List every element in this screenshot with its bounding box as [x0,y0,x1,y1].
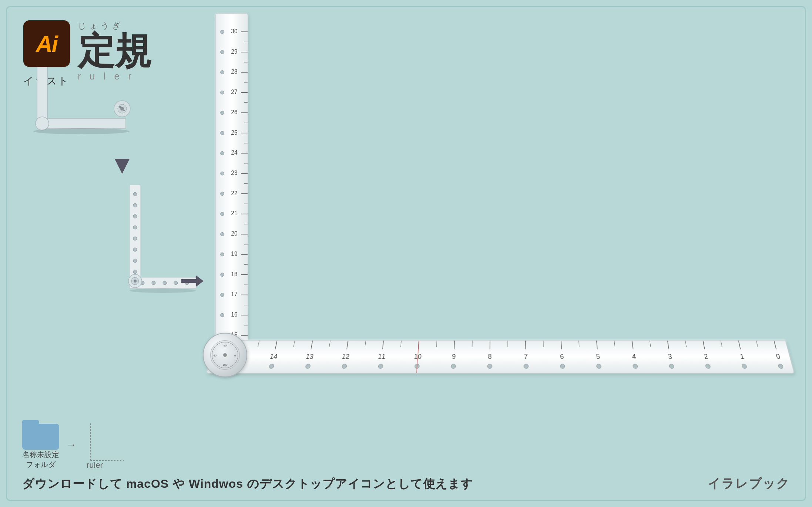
svg-text:45: 45 [213,354,217,357]
svg-line-145 [614,341,615,347]
svg-line-147 [543,341,544,347]
svg-text:28: 28 [231,68,238,75]
svg-text:0: 0 [775,353,781,360]
svg-point-91 [221,212,224,216]
svg-point-161 [596,364,601,368]
pivot-inner: 90 180 45 0 [210,340,240,370]
svg-line-143 [685,341,687,347]
svg-point-23 [174,281,178,285]
svg-text:13: 13 [305,353,314,360]
svg-point-108 [223,353,227,357]
svg-point-158 [705,364,711,368]
svg-point-85 [221,91,224,94]
svg-point-84 [221,71,224,74]
svg-rect-1 [37,59,47,126]
svg-point-87 [221,131,224,135]
svg-text:2: 2 [704,353,709,360]
svg-point-16 [133,237,137,240]
svg-text:25: 25 [231,129,238,136]
svg-text:30: 30 [231,28,238,34]
svg-line-136 [311,341,312,349]
svg-point-96 [221,313,224,317]
svg-point-86 [221,111,224,115]
svg-line-155 [258,341,259,347]
svg-point-6 [119,106,121,108]
svg-point-8 [33,128,130,134]
svg-point-165 [451,364,456,368]
svg-point-12 [133,192,137,196]
folder-to-ruler-arrow: → [66,439,76,451]
sketch-illustrations [15,52,215,303]
svg-text:16: 16 [231,311,237,318]
ruler-pivot: 90 180 45 0 [203,333,247,377]
svg-line-122 [561,341,561,349]
svg-point-14 [133,214,137,218]
folder-label: 名称未設定フォルダ [22,450,59,470]
ai-app-icon: Ai [23,20,70,67]
svg-line-124 [526,341,526,349]
svg-point-2 [36,117,49,130]
svg-point-163 [524,364,529,368]
svg-line-120 [597,341,597,349]
svg-point-19 [133,270,137,274]
svg-point-7 [123,110,125,111]
svg-point-160 [633,364,638,368]
svg-point-159 [669,364,674,368]
svg-text:7: 7 [524,353,528,360]
svg-line-141 [756,341,758,347]
svg-point-157 [742,364,747,368]
svg-line-151 [401,341,402,347]
svg-text:8: 8 [488,353,491,360]
svg-text:18: 18 [231,271,238,277]
svg-point-162 [560,364,565,368]
svg-line-142 [721,341,722,347]
svg-line-112 [738,341,740,349]
svg-line-132 [383,341,384,349]
svg-point-93 [221,253,224,256]
svg-text:9: 9 [452,353,456,360]
svg-point-27 [134,280,137,283]
svg-point-89 [221,172,224,175]
svg-point-21 [152,281,155,285]
footer-description: ダウンロードして macOS や Windwos のデスクトップアイコンとして使… [22,476,473,492]
svg-point-170 [269,364,274,368]
vertical-ruler: 30 29 28 27 26 25 24 23 22 21 20 19 18 1… [215,13,248,368]
svg-rect-0 [37,118,126,129]
svg-point-83 [221,50,224,54]
svg-text:12: 12 [342,353,350,360]
svg-point-18 [133,259,137,263]
svg-line-128 [454,341,454,349]
folder-area: 名称未設定フォルダ → ruler [22,420,127,470]
svg-line-114 [703,341,705,349]
ai-icon-text: Ai [36,31,57,57]
svg-marker-9 [115,159,130,174]
folder-icon [22,420,59,450]
svg-text:27: 27 [231,89,237,95]
svg-line-150 [436,341,437,347]
svg-line-116 [668,341,669,349]
svg-text:4: 4 [632,353,637,360]
svg-text:11: 11 [378,353,386,360]
svg-text:17: 17 [231,291,237,297]
svg-line-144 [650,341,651,347]
svg-line-154 [293,341,295,347]
svg-point-156 [778,364,784,368]
svg-text:21: 21 [231,210,237,216]
svg-point-17 [133,248,137,251]
svg-line-138 [275,341,277,349]
dotted-ruler-area: ruler [83,420,127,470]
svg-text:1: 1 [739,353,745,360]
svg-line-153 [329,341,330,347]
svg-point-28 [130,288,196,293]
svg-point-95 [221,293,224,297]
svg-text:26: 26 [231,109,237,115]
svg-point-168 [342,364,347,368]
svg-text:22: 22 [231,190,237,196]
svg-line-134 [347,341,348,349]
svg-text:20: 20 [231,230,238,237]
svg-text:3: 3 [668,353,672,360]
svg-point-82 [221,30,224,34]
svg-text:6: 6 [560,353,564,360]
horizontal-ruler: 0 1 2 3 4 5 6 7 8 9 10 11 12 13 14 15 [207,340,795,374]
svg-line-110 [774,341,776,349]
